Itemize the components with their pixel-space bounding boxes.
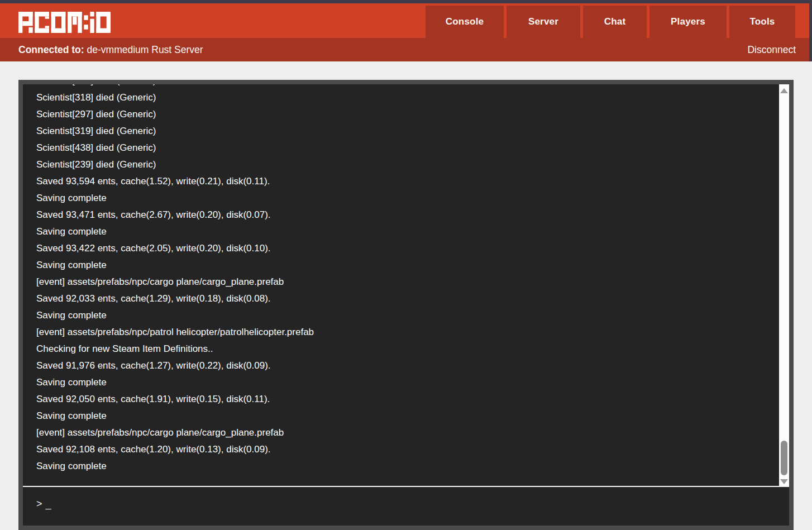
command-input[interactable]: > _ (23, 487, 789, 526)
log-line: Checking for new Steam Item Definitions.… (36, 341, 763, 357)
log-line: Saving complete (36, 223, 763, 240)
window-top-strip (0, 0, 812, 3)
main-nav: Console Server Chat Players Tools (423, 6, 795, 38)
log-line: Saved 92,050 ents, cache(1.91), write(0.… (36, 391, 763, 408)
log-line: Saving complete (36, 374, 763, 391)
log-line: Saved 92,108 ents, cache(1.20), write(0.… (36, 441, 763, 458)
log-line: Saved 93,422 ents, cache(2.05), write(0.… (36, 240, 763, 257)
connected-to-label: Connected to: (18, 44, 84, 55)
log-line: Saved 93,594 ents, cache(1.52), write(0.… (36, 173, 763, 190)
log-line: [event] assets/prefabs/npc/cargo plane/c… (36, 274, 763, 290)
scroll-up-icon[interactable] (780, 88, 788, 93)
console-panel: Scientist[224] died (Generic)Scientist[3… (18, 80, 794, 530)
log-line: [event] assets/prefabs/npc/cargo plane/c… (36, 424, 763, 441)
connection-bar: Connected to: de-vmmedium Rust Server Di… (0, 38, 812, 61)
log-line: Saved 93,471 ents, cache(2.67), write(0.… (36, 207, 763, 223)
tab-chat[interactable]: Chat (583, 6, 647, 38)
console-scrollbar[interactable] (779, 84, 789, 486)
log-line: Scientist[438] died (Generic) (36, 140, 763, 156)
log-line: Scientist[239] died (Generic) (36, 156, 763, 173)
tab-tools[interactable]: Tools (729, 6, 795, 38)
log-line: Scientist[297] died (Generic) (36, 106, 763, 123)
log-line: Saved 92,033 ents, cache(1.29), write(0.… (36, 290, 763, 307)
log-line: Saving complete (36, 307, 763, 324)
text-cursor: _ (46, 498, 51, 509)
connected-to-text: Connected to: de-vmmedium Rust Server (18, 44, 203, 56)
log-lines: Scientist[224] died (Generic)Scientist[3… (23, 84, 789, 475)
tab-console[interactable]: Console (426, 6, 504, 38)
console-inner: Scientist[224] died (Generic)Scientist[3… (23, 84, 789, 526)
scroll-down-icon[interactable] (780, 479, 788, 484)
log-line: Saving complete (36, 458, 763, 475)
rconio-logo (18, 12, 111, 33)
log-line: Scientist[318] died (Generic) (36, 89, 763, 106)
log-line: Scientist[319] died (Generic) (36, 123, 763, 140)
tab-server[interactable]: Server (507, 6, 580, 38)
log-line: Scientist[224] died (Generic) (36, 84, 763, 89)
tab-players[interactable]: Players (649, 6, 727, 38)
log-line: Saved 91,976 ents, cache(1.27), write(0.… (36, 357, 763, 374)
log-line: Saving complete (36, 257, 763, 274)
window-edge-strip (809, 0, 812, 61)
log-line: Saving complete (36, 408, 763, 424)
disconnect-link[interactable]: Disconnect (747, 44, 796, 56)
command-prompt: > (36, 498, 42, 509)
log-line: [event] assets/prefabs/npc/patrol helico… (36, 324, 763, 341)
log-line: Saving complete (36, 190, 763, 207)
header-bar: Console Server Chat Players Tools (0, 3, 809, 38)
console-log-area: Scientist[224] died (Generic)Scientist[3… (23, 84, 789, 486)
scrollbar-thumb[interactable] (781, 441, 787, 475)
server-name: de-vmmedium Rust Server (87, 44, 203, 55)
